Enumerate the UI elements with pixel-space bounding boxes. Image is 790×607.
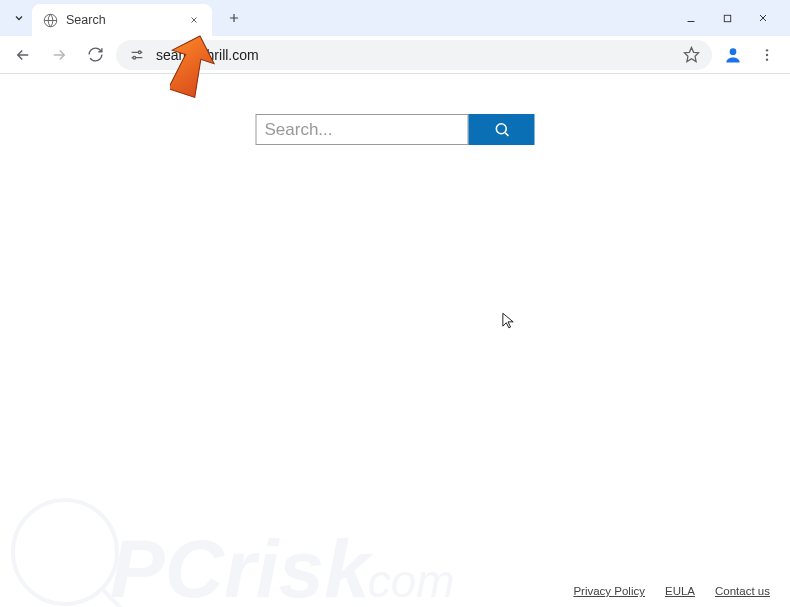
browser-tab[interactable]: Search xyxy=(32,4,212,36)
site-info-button[interactable] xyxy=(128,46,146,64)
eula-link[interactable]: EULA xyxy=(665,585,695,597)
search-icon xyxy=(493,121,510,138)
tune-icon xyxy=(129,47,145,63)
search-form xyxy=(256,114,535,145)
svg-point-5 xyxy=(730,48,737,55)
profile-button[interactable] xyxy=(718,40,748,70)
url-text: search-thrill.com xyxy=(156,47,672,63)
reload-button[interactable] xyxy=(80,40,110,70)
contact-link[interactable]: Contact us xyxy=(715,585,770,597)
minimize-icon xyxy=(685,12,697,24)
tab-close-button[interactable] xyxy=(186,12,202,28)
address-bar[interactable]: search-thrill.com xyxy=(116,40,712,70)
arrow-right-icon xyxy=(50,46,68,64)
globe-icon xyxy=(42,12,58,28)
search-input[interactable] xyxy=(256,114,469,145)
back-button[interactable] xyxy=(8,40,38,70)
svg-point-7 xyxy=(766,53,768,55)
svg-point-3 xyxy=(133,56,136,59)
mouse-cursor-icon xyxy=(502,312,514,330)
svg-text:.com: .com xyxy=(355,555,455,607)
svg-line-11 xyxy=(103,590,145,607)
svg-point-8 xyxy=(766,58,768,60)
footer-links: Privacy Policy EULA Contact us xyxy=(573,585,770,597)
maximize-button[interactable] xyxy=(712,3,742,33)
person-icon xyxy=(723,45,743,65)
svg-marker-4 xyxy=(684,47,698,61)
new-tab-button[interactable] xyxy=(220,4,248,32)
svg-text:PCrisk: PCrisk xyxy=(110,523,374,607)
privacy-link[interactable]: Privacy Policy xyxy=(573,585,645,597)
browser-toolbar: search-thrill.com xyxy=(0,36,790,74)
tab-title: Search xyxy=(66,13,178,27)
search-button[interactable] xyxy=(469,114,535,145)
page-content: Privacy Policy EULA Contact us PCrisk .c… xyxy=(0,74,790,607)
menu-button[interactable] xyxy=(752,40,782,70)
svg-point-2 xyxy=(138,51,141,54)
arrow-left-icon xyxy=(14,46,32,64)
maximize-icon xyxy=(722,13,733,24)
window-controls xyxy=(676,3,784,33)
svg-point-6 xyxy=(766,49,768,51)
close-icon xyxy=(757,12,769,24)
tab-bar: Search xyxy=(0,0,790,36)
reload-icon xyxy=(87,46,104,63)
watermark-logo: PCrisk .com xyxy=(0,457,460,607)
svg-point-9 xyxy=(496,124,506,134)
bookmark-button[interactable] xyxy=(682,46,700,64)
star-icon xyxy=(683,46,700,63)
browser-chrome: Search xyxy=(0,0,790,74)
dots-vertical-icon xyxy=(759,47,775,63)
svg-point-10 xyxy=(13,500,117,604)
forward-button[interactable] xyxy=(44,40,74,70)
plus-icon xyxy=(227,11,241,25)
close-window-button[interactable] xyxy=(748,3,778,33)
minimize-button[interactable] xyxy=(676,3,706,33)
svg-rect-1 xyxy=(724,15,730,21)
close-icon xyxy=(189,15,199,25)
chevron-down-icon xyxy=(13,12,25,24)
tabs-dropdown-button[interactable] xyxy=(6,5,32,31)
